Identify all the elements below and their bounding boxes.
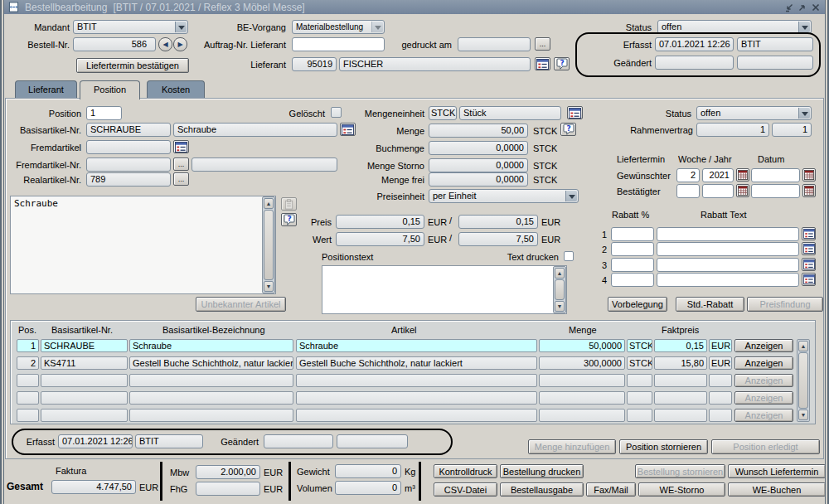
kontrolldruck-button[interactable]: Kontrolldruck — [434, 464, 497, 478]
position-field[interactable]: 1 — [86, 106, 122, 120]
mandant-select[interactable]: BTIT — [73, 20, 188, 34]
cell-basisartikel-nr[interactable] — [41, 409, 128, 422]
cell-faktpreis[interactable] — [654, 409, 707, 422]
menge-storno-field[interactable]: 0,0000 — [429, 158, 528, 172]
cell-menge[interactable] — [539, 391, 625, 405]
rabatt-lookup-button[interactable] — [802, 258, 816, 271]
basisartikel-nr-field[interactable]: SCHRAUBE — [86, 123, 171, 137]
cell-artikel[interactable] — [296, 374, 537, 387]
anzeigen-button[interactable]: Anzeigen — [734, 356, 793, 370]
cell-einheit[interactable]: STCK — [627, 339, 652, 352]
cell-basisartikel-nr[interactable]: KS4711 — [41, 356, 128, 370]
maximize-button[interactable] — [797, 2, 807, 12]
rabatt-prozent-field[interactable] — [611, 242, 654, 256]
scrollbar-thumb[interactable] — [264, 210, 274, 280]
bestaetigter-woche-calendar-button[interactable] — [736, 184, 749, 197]
wunsch-liefertermin-button[interactable]: Wunsch Liefertermin — [728, 464, 826, 478]
std-rabatt-button[interactable]: Std.-Rabatt — [676, 297, 744, 312]
bestaetigter-datum-calendar-button[interactable] — [802, 184, 816, 197]
basisartikel-name-field[interactable]: Schraube — [173, 123, 337, 137]
close-button[interactable] — [810, 2, 821, 12]
positionstext-textarea[interactable] — [322, 265, 567, 314]
cell-artikel[interactable]: Schraube — [296, 339, 537, 352]
realartikel-nr-browse-button[interactable]: ... — [173, 172, 189, 186]
gewuenschter-datum-calendar-button[interactable] — [802, 168, 816, 182]
mengeneinheit-code-field[interactable]: STCK — [429, 106, 457, 120]
scroll-down-icon[interactable]: ▼ — [555, 301, 565, 312]
rabatt-text-field[interactable] — [657, 273, 799, 287]
position-status-select[interactable]: offen — [696, 106, 812, 120]
scroll-down-icon[interactable]: ▼ — [264, 281, 274, 292]
bestaetigter-jahr-field[interactable] — [702, 184, 734, 198]
anzeigen-button[interactable]: Anzeigen — [734, 409, 793, 422]
bestaetigter-woche-field[interactable] — [676, 184, 700, 198]
scroll-up-icon[interactable]: ▲ — [555, 268, 565, 279]
gewuenschter-woche-field[interactable]: 2 — [676, 168, 700, 182]
cell-menge[interactable]: 300,0000 — [539, 356, 625, 370]
cell-pos[interactable] — [17, 374, 39, 387]
lieferant-help-button[interactable] — [554, 57, 570, 70]
we-buchen-button[interactable]: WE-Buchen — [728, 482, 826, 497]
cell-bezeichnung[interactable]: Schraube — [129, 339, 293, 352]
positionstext-scrollbar[interactable]: ▲ ▼ — [553, 266, 566, 313]
cell-menge[interactable] — [539, 409, 625, 422]
bestellung-drucken-button[interactable]: Bestellung drucken — [500, 464, 584, 478]
gedruckt-am-field[interactable] — [458, 37, 531, 51]
scroll-down-icon[interactable]: ▼ — [798, 410, 808, 420]
cell-bezeichnung[interactable]: Gestell Buche Schichtholz, natur lackier… — [129, 356, 293, 370]
cell-waehrung[interactable]: EUR — [709, 339, 732, 352]
fremdartikel-field[interactable] — [86, 140, 171, 154]
anzeigen-button[interactable]: Anzeigen — [734, 391, 793, 405]
vorbelegung-button[interactable]: Vorbelegung — [608, 297, 667, 312]
cell-pos[interactable]: 2 — [17, 356, 39, 370]
lieferant-name-field[interactable]: FISCHER — [339, 57, 531, 71]
cell-menge[interactable] — [539, 374, 625, 387]
cell-einheit[interactable] — [627, 374, 652, 387]
artikeltext-scrollbar[interactable]: ▲ ▼ — [262, 196, 275, 293]
fremdartikel-lookup-button[interactable] — [173, 140, 189, 153]
preis-field[interactable]: 0,15 — [336, 215, 424, 229]
gewuenschter-woche-calendar-button[interactable] — [736, 168, 749, 182]
text-drucken-checkbox[interactable] — [564, 251, 574, 261]
cell-pos[interactable] — [17, 391, 39, 405]
cell-waehrung[interactable]: EUR — [709, 356, 732, 370]
cell-bezeichnung[interactable] — [129, 409, 293, 422]
scrollbar-thumb[interactable] — [798, 352, 808, 409]
scroll-up-icon[interactable]: ▲ — [264, 198, 274, 209]
mengeneinheit-lookup-button[interactable] — [567, 106, 583, 119]
cell-einheit[interactable] — [627, 409, 652, 422]
cell-bezeichnung[interactable] — [129, 374, 293, 387]
realartikel-nr-field[interactable]: 789 — [86, 172, 171, 187]
anzeigen-button[interactable]: Anzeigen — [734, 374, 793, 387]
tab-position[interactable]: Position — [80, 80, 140, 99]
artikeltext-textarea[interactable]: Schraube — [10, 196, 276, 294]
cell-faktpreis[interactable]: 15,80 — [654, 356, 707, 370]
fax-mail-button[interactable]: Fax/Mail — [586, 482, 636, 497]
cell-faktpreis[interactable] — [654, 374, 707, 387]
rabatt-prozent-field[interactable] — [611, 227, 654, 241]
menge-hinzufuegen-button[interactable]: Menge hinzufügen — [528, 439, 616, 454]
cell-einheit[interactable]: STCK — [627, 356, 652, 370]
cell-menge[interactable]: 50,0000 — [539, 339, 625, 352]
tab-lieferant[interactable]: Lieferant — [15, 80, 77, 99]
fremdartikel-nr-name-field[interactable] — [191, 158, 337, 172]
rahmenvertrag-field-2[interactable]: 1 — [772, 123, 812, 137]
minimize-button[interactable] — [783, 2, 794, 12]
wert-field-2[interactable]: 7,50 — [458, 232, 538, 246]
table-scrollbar[interactable]: ▲ ▼ — [797, 339, 810, 422]
gewuenschter-jahr-field[interactable]: 2021 — [702, 168, 734, 182]
rabatt-prozent-field[interactable] — [611, 273, 654, 287]
cell-waehrung[interactable] — [709, 374, 732, 387]
geloescht-checkbox[interactable] — [331, 107, 342, 118]
rabatt-text-field[interactable] — [657, 242, 799, 256]
cell-einheit[interactable] — [627, 391, 652, 405]
rabatt-text-field[interactable] — [657, 258, 799, 272]
bestaetigter-datum-field[interactable] — [751, 184, 800, 198]
cell-faktpreis[interactable]: 0,15 — [654, 339, 707, 352]
preisfindung-button[interactable]: Preisfindung — [747, 297, 823, 312]
rahmenvertrag-field-1[interactable]: 1 — [696, 123, 769, 137]
gewuenschter-datum-field[interactable] — [751, 168, 800, 182]
scrollbar-thumb[interactable] — [555, 279, 565, 300]
menge-field[interactable]: 50,00 — [429, 124, 528, 138]
cell-bezeichnung[interactable] — [129, 391, 293, 405]
